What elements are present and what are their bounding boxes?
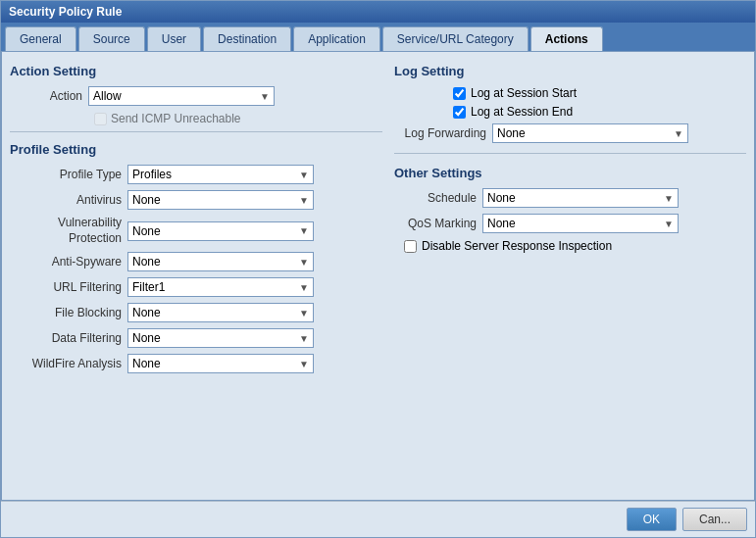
log-setting-section: Log Setting Log at Session Start Log at … xyxy=(394,64,746,143)
ok-button[interactable]: OK xyxy=(627,508,677,531)
file-blocking-row: File Blocking None ▼ xyxy=(10,303,382,322)
url-filtering-row: URL Filtering Filter1 ▼ xyxy=(10,277,382,297)
tab-service-url[interactable]: Service/URL Category xyxy=(382,26,529,51)
log-forwarding-row: Log Forwarding None ▼ xyxy=(394,123,746,143)
url-filtering-value: Filter1 xyxy=(132,280,165,294)
profile-type-row: Profile Type Profiles ▼ xyxy=(10,165,382,184)
send-icmp-row: Send ICMP Unreachable xyxy=(94,112,382,125)
qos-arrow: ▼ xyxy=(664,219,674,229)
send-icmp-checkbox[interactable] xyxy=(94,113,107,125)
other-settings-section: Other Settings Schedule None ▼ QoS Marki… xyxy=(394,166,746,253)
antivirus-label: Antivirus xyxy=(10,193,127,207)
data-filtering-value: None xyxy=(132,331,161,345)
log-session-end-label: Log at Session End xyxy=(471,105,573,119)
send-icmp-label: Send ICMP Unreachable xyxy=(111,112,241,125)
url-filtering-arrow: ▼ xyxy=(299,282,309,293)
log-session-end-row: Log at Session End xyxy=(453,105,746,119)
wildfire-value: None xyxy=(132,357,161,370)
log-forwarding-select[interactable]: None ▼ xyxy=(492,123,688,143)
profile-setting-title: Profile Setting xyxy=(10,142,382,157)
qos-select[interactable]: None ▼ xyxy=(482,214,679,233)
wildfire-arrow: ▼ xyxy=(299,359,309,369)
log-checkboxes: Log at Session Start Log at Session End xyxy=(453,86,746,119)
data-filtering-arrow: ▼ xyxy=(299,333,309,344)
right-panel: Log Setting Log at Session Start Log at … xyxy=(394,60,746,492)
antispyware-value: None xyxy=(132,255,161,269)
log-forwarding-arrow: ▼ xyxy=(674,128,683,139)
data-filtering-select[interactable]: None ▼ xyxy=(127,328,314,348)
vuln-row: VulnerabilityProtection None ▼ xyxy=(10,216,382,246)
antivirus-row: Antivirus None ▼ xyxy=(10,190,382,210)
title-bar: Security Policy Rule xyxy=(1,1,755,23)
file-blocking-arrow: ▼ xyxy=(299,308,309,318)
tab-actions[interactable]: Actions xyxy=(530,26,603,51)
file-blocking-select[interactable]: None ▼ xyxy=(127,303,314,322)
log-forwarding-label: Log Forwarding xyxy=(394,126,492,140)
tab-source[interactable]: Source xyxy=(78,26,145,51)
tab-user[interactable]: User xyxy=(147,26,201,51)
file-blocking-value: None xyxy=(132,306,161,319)
action-value: Allow xyxy=(93,89,122,103)
profile-type-label: Profile Type xyxy=(10,168,127,181)
antivirus-value: None xyxy=(132,193,161,207)
url-filtering-select[interactable]: Filter1 ▼ xyxy=(127,277,314,297)
log-session-start-label: Log at Session Start xyxy=(471,86,577,100)
antispyware-label: Anti-Spyware xyxy=(10,255,127,269)
antispyware-select[interactable]: None ▼ xyxy=(127,252,314,271)
schedule-row: Schedule None ▼ xyxy=(394,188,746,208)
wildfire-label: WildFire Analysis xyxy=(10,357,127,370)
cancel-button[interactable]: Can... xyxy=(682,508,747,531)
content-area: Action Setting Action Allow ▼ Send ICMP … xyxy=(1,51,755,501)
profile-type-value: Profiles xyxy=(132,168,172,181)
vuln-label: VulnerabilityProtection xyxy=(10,216,127,246)
log-forwarding-value: None xyxy=(497,126,526,140)
left-panel: Action Setting Action Allow ▼ Send ICMP … xyxy=(10,60,382,492)
profile-rows: Antivirus None ▼ VulnerabilityProtection… xyxy=(10,190,382,373)
tab-application[interactable]: Application xyxy=(293,26,380,51)
schedule-select[interactable]: None ▼ xyxy=(482,188,679,208)
profile-type-arrow: ▼ xyxy=(299,170,309,180)
action-select[interactable]: Allow ▼ xyxy=(88,86,275,106)
disable-server-checkbox[interactable] xyxy=(404,240,417,253)
qos-label: QoS Marking xyxy=(394,217,482,230)
antispyware-arrow: ▼ xyxy=(299,257,309,268)
disable-server-row: Disable Server Response Inspection xyxy=(404,239,746,253)
log-session-end-checkbox[interactable] xyxy=(453,106,466,119)
log-session-start-row: Log at Session Start xyxy=(453,86,746,100)
vuln-arrow: ▼ xyxy=(299,225,309,236)
dialog-title: Security Policy Rule xyxy=(9,5,122,19)
file-blocking-label: File Blocking xyxy=(10,306,127,319)
schedule-arrow: ▼ xyxy=(664,193,674,204)
profile-type-select[interactable]: Profiles ▼ xyxy=(127,165,314,184)
tab-general[interactable]: General xyxy=(5,26,76,51)
log-setting-title: Log Setting xyxy=(394,64,746,78)
action-setting-title: Action Setting xyxy=(10,64,382,78)
vuln-select[interactable]: None ▼ xyxy=(127,221,314,241)
qos-value: None xyxy=(487,217,516,230)
footer: OK Can... xyxy=(1,501,755,537)
url-filtering-label: URL Filtering xyxy=(10,280,127,294)
disable-server-label: Disable Server Response Inspection xyxy=(422,239,612,253)
vuln-value: None xyxy=(132,224,161,238)
action-dropdown-arrow: ▼ xyxy=(260,91,270,102)
wildfire-select[interactable]: None ▼ xyxy=(127,354,314,373)
wildfire-row: WildFire Analysis None ▼ xyxy=(10,354,382,373)
schedule-value: None xyxy=(487,191,516,205)
data-filtering-label: Data Filtering xyxy=(10,331,127,345)
data-filtering-row: Data Filtering None ▼ xyxy=(10,328,382,348)
log-session-start-checkbox[interactable] xyxy=(453,87,466,100)
other-settings-title: Other Settings xyxy=(394,166,746,180)
tabs-bar: General Source User Destination Applicat… xyxy=(1,23,755,51)
action-row: Action Allow ▼ xyxy=(10,86,382,106)
antivirus-arrow: ▼ xyxy=(299,195,309,206)
tab-destination[interactable]: Destination xyxy=(203,26,291,51)
action-label: Action xyxy=(10,89,88,103)
qos-row: QoS Marking None ▼ xyxy=(394,214,746,233)
schedule-label: Schedule xyxy=(394,191,482,205)
antivirus-select[interactable]: None ▼ xyxy=(127,190,314,210)
dialog: Security Policy Rule General Source User… xyxy=(0,0,756,538)
antispyware-row: Anti-Spyware None ▼ xyxy=(10,252,382,271)
main-area: Action Setting Action Allow ▼ Send ICMP … xyxy=(10,60,746,492)
